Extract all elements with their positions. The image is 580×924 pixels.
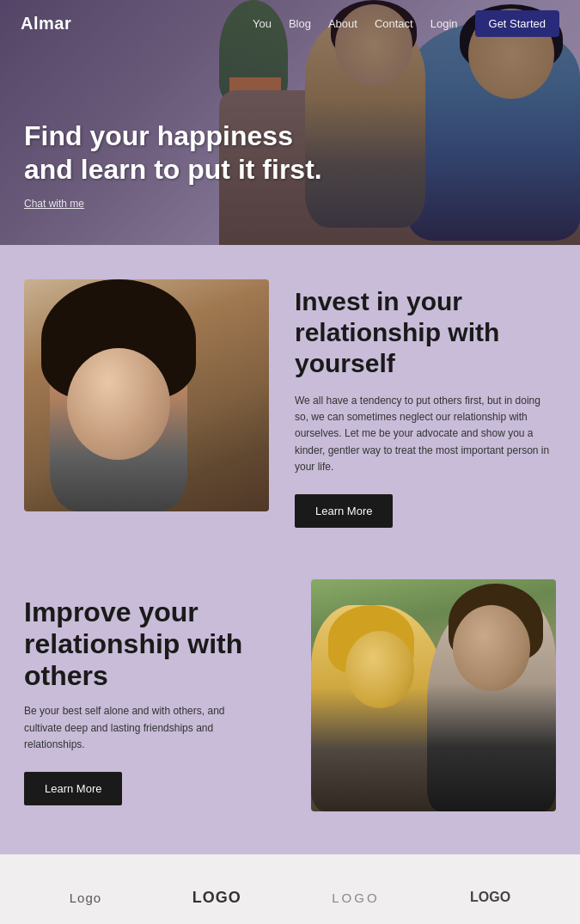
site-logo[interactable]: Almar	[21, 14, 71, 34]
nav-link-contact[interactable]: Contact	[375, 17, 413, 30]
two-women-image	[311, 579, 556, 811]
logos-section: Logo LOGO LOGO LOGO	[0, 854, 580, 924]
logo-item-2: LOGO	[192, 889, 241, 907]
get-started-button[interactable]: Get Started	[475, 10, 559, 37]
nav-link-you[interactable]: You	[253, 17, 272, 30]
nav-login[interactable]: Login	[430, 17, 458, 30]
improve-heading-line3: others	[24, 660, 108, 691]
hero-title: Find your happiness and learn to put it …	[24, 119, 322, 186]
invest-text: Invest in your relationship with yoursel…	[295, 279, 556, 528]
hero-content: Find your happiness and learn to put it …	[24, 119, 322, 211]
hero-title-line1: Find your happiness	[24, 120, 293, 151]
improve-heading-line2: relationship with	[24, 628, 242, 659]
nav-link-about[interactable]: About	[328, 17, 357, 30]
invest-heading-line2: relationship with	[295, 318, 499, 346]
logo-item-3: LOGO	[332, 890, 379, 905]
improve-heading: Improve your relationship with others	[24, 597, 285, 691]
improve-text: Improve your relationship with others Be…	[24, 579, 285, 805]
invest-image	[24, 279, 269, 511]
logo-item-1: Logo	[70, 890, 101, 905]
hair-decoration	[41, 279, 196, 400]
navigation: Almar You Blog About Contact Login Get S…	[0, 0, 580, 47]
improve-description: Be your best self alone and with others,…	[24, 703, 265, 753]
invest-heading-line3: yourself	[295, 349, 395, 377]
invest-section: Invest in your relationship with yoursel…	[0, 245, 580, 571]
improve-learn-more-button[interactable]: Learn More	[24, 772, 122, 805]
invest-learn-more-button[interactable]: Learn More	[295, 494, 393, 528]
person-car-image	[24, 279, 269, 511]
invest-description: We all have a tendency to put others fir…	[295, 393, 556, 475]
improve-image	[311, 579, 556, 811]
nav-link-blog[interactable]: Blog	[289, 17, 311, 30]
logo-item-4: LOGO	[470, 890, 510, 905]
woman1-head	[345, 631, 414, 708]
invest-heading-line1: Invest in your	[295, 287, 462, 315]
invest-heading: Invest in your relationship with yoursel…	[295, 286, 556, 379]
hero-title-line2: and learn to put it first.	[24, 154, 322, 185]
improve-section: Improve your relationship with others Be…	[0, 571, 580, 854]
improve-heading-line1: Improve your	[24, 597, 198, 627]
hero-cta-link[interactable]: Chat with me	[24, 198, 84, 210]
woman2-head	[453, 605, 530, 691]
nav-links: You Blog About Contact Login Get Started	[253, 10, 559, 37]
